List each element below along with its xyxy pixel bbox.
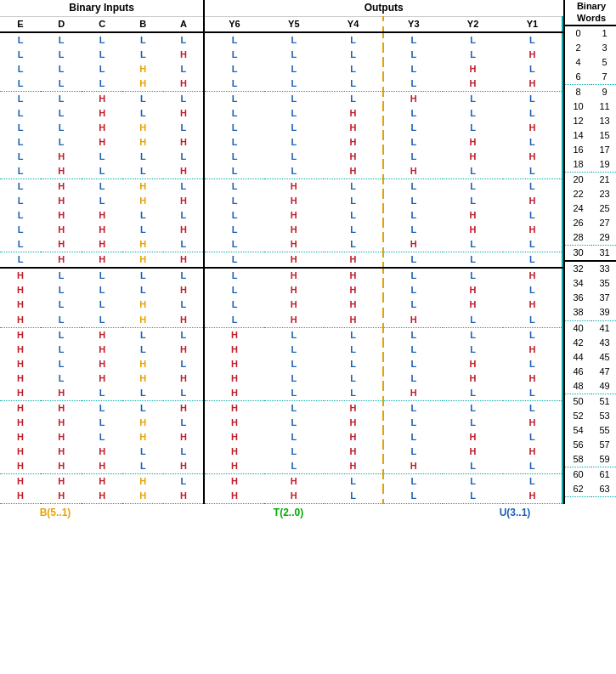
cell-b: H [122, 313, 163, 328]
cell-y3: L [383, 327, 443, 343]
cell-y6: L [204, 283, 263, 297]
cell-y4: H [324, 135, 383, 150]
table-row: HLLHHLHHHLL [0, 313, 562, 328]
cell-y1: L [503, 164, 562, 179]
cell-y3: L [383, 62, 443, 76]
cell-c: L [82, 416, 122, 430]
cell-b: L [122, 208, 163, 223]
cell-d: L [41, 297, 82, 312]
cell-c: L [82, 164, 122, 179]
cell-y3: H [383, 164, 443, 179]
cell-y6: H [204, 459, 263, 474]
cell-y4: L [324, 91, 383, 106]
cell-y6: L [204, 237, 263, 252]
cell-y5: H [264, 313, 324, 328]
cell-e: H [0, 474, 41, 490]
cell-y3: L [383, 416, 443, 430]
cell-y5: L [264, 106, 324, 121]
cell-c: H [82, 357, 122, 371]
cell-c: L [82, 430, 122, 445]
footer-U-label: U(3..1) [466, 507, 563, 518]
cell-b: L [122, 106, 163, 121]
table-row: HHLHHHLHLHL [0, 430, 562, 445]
bw-row: 45 [565, 55, 616, 70]
cell-b: L [122, 32, 163, 48]
cell-d: H [41, 445, 82, 459]
bw-row: 3031 [565, 246, 616, 262]
cell-y4: L [324, 327, 383, 343]
cell-y3: L [383, 343, 443, 357]
cell-a: H [163, 371, 204, 386]
cell-a: L [163, 386, 204, 401]
cell-a: L [163, 62, 204, 76]
cell-y5: L [264, 76, 324, 92]
word-0: 0 [565, 25, 591, 41]
cell-y2: L [443, 32, 502, 48]
col-header-C: C [82, 16, 122, 32]
cell-y3: L [383, 252, 443, 269]
cell-c: H [82, 223, 122, 237]
cell-y2: H [443, 62, 502, 76]
cell-y1: L [503, 106, 562, 121]
col-header-Y4: Y4 [324, 16, 383, 32]
cell-e: H [0, 283, 41, 297]
cell-y1: L [503, 386, 562, 401]
cell-y6: H [204, 386, 263, 401]
cell-b: H [122, 76, 163, 92]
cell-c: L [82, 32, 122, 48]
word-1: 33 [591, 261, 616, 276]
cell-y1: L [503, 430, 562, 445]
cell-b: L [122, 327, 163, 343]
cell-y4: L [324, 474, 383, 490]
cell-a: L [163, 150, 204, 164]
word-1: 7 [591, 70, 616, 85]
cell-b: H [122, 489, 163, 504]
cell-d: L [41, 357, 82, 371]
cell-y5: L [264, 91, 324, 106]
cell-y4: H [324, 268, 383, 283]
cell-y1: L [503, 237, 562, 252]
footer-T-label: T(2..0) [110, 507, 466, 518]
table-row: LLLHLLLLLHL [0, 62, 562, 76]
bw-row: 89 [565, 84, 616, 99]
table-row: LHLLHLLHHLL [0, 164, 562, 179]
cell-y1: L [503, 327, 562, 343]
cell-a: L [163, 208, 204, 223]
word-1: 15 [591, 128, 616, 143]
word-0: 28 [565, 230, 591, 246]
cell-y6: L [204, 194, 263, 208]
cell-y2: L [443, 474, 502, 490]
cell-e: H [0, 416, 41, 430]
cell-b: H [122, 430, 163, 445]
cell-y1: H [503, 121, 562, 135]
cell-y5: L [264, 150, 324, 164]
cell-c: H [82, 237, 122, 252]
cell-y5: H [264, 297, 324, 312]
word-1: 35 [591, 276, 616, 291]
cell-y4: H [324, 121, 383, 135]
col-header-Y5: Y5 [264, 16, 324, 32]
cell-c: H [82, 208, 122, 223]
cell-e: H [0, 327, 41, 343]
cell-y6: H [204, 400, 263, 416]
cell-y4: H [324, 313, 383, 328]
word-1: 37 [591, 291, 616, 305]
word-1: 17 [591, 143, 616, 157]
cell-y5: L [264, 343, 324, 357]
table-row: LHHHLLHLHLL [0, 237, 562, 252]
word-0: 36 [565, 291, 591, 305]
cell-y6: L [204, 164, 263, 179]
cell-c: L [82, 386, 122, 401]
outputs-header: Outputs [204, 0, 562, 16]
footer-B-label: B(5..1) [0, 507, 110, 518]
word-0: 2 [565, 41, 591, 55]
word-1: 59 [591, 452, 616, 467]
cell-y3: H [383, 313, 443, 328]
table-row: LLLHHLLLLHH [0, 76, 562, 92]
cell-d: H [41, 386, 82, 401]
bw-row: 2223 [565, 187, 616, 201]
word-0: 44 [565, 350, 591, 365]
cell-d: L [41, 135, 82, 150]
cell-y2: L [443, 459, 502, 474]
cell-y6: L [204, 135, 263, 150]
